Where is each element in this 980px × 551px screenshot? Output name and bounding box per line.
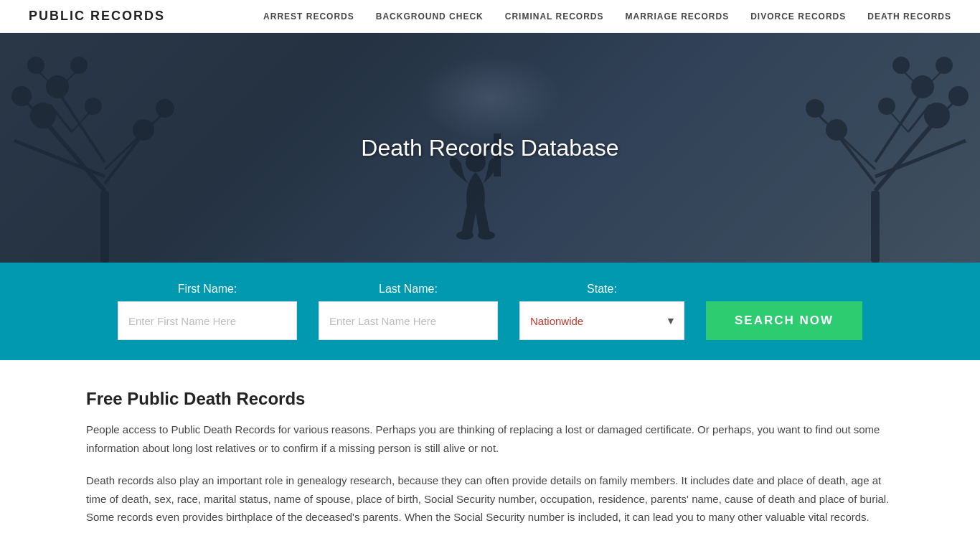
state-label: State: — [519, 283, 684, 296]
site-logo[interactable]: PUBLIC RECORDS — [29, 9, 165, 24]
content-heading: Free Public Death Records — [86, 389, 894, 409]
first-name-input[interactable] — [118, 301, 297, 340]
state-field: State: Nationwide AlabamaAlaskaArizona A… — [519, 283, 684, 340]
state-wrapper: Nationwide AlabamaAlaskaArizona Arkansas… — [519, 301, 684, 340]
content-para2: Death records also play an important rol… — [86, 471, 894, 527]
hero-section: Death Records Database — [0, 33, 980, 263]
nav-divorce-records[interactable]: DIVORCE RECORDS — [750, 11, 846, 22]
first-name-label: First Name: — [118, 283, 297, 296]
search-now-button[interactable]: SEARCH NOW — [706, 301, 862, 340]
nav-criminal-records[interactable]: CRIMINAL RECORDS — [505, 11, 604, 22]
nav-arrest-records[interactable]: ARREST RECORDS — [263, 11, 354, 22]
last-name-label: Last Name: — [319, 283, 498, 296]
navbar: PUBLIC RECORDS ARREST RECORDS BACKGROUND… — [0, 0, 980, 33]
content-para1: People access to Public Death Records fo… — [86, 420, 894, 457]
nav-links: ARREST RECORDS BACKGROUND CHECK CRIMINAL… — [263, 11, 951, 22]
nav-death-records[interactable]: DEATH RECORDS — [867, 11, 951, 22]
last-name-field: Last Name: — [319, 283, 498, 340]
first-name-field: First Name: — [118, 283, 297, 340]
main-content: Free Public Death Records People access … — [0, 360, 980, 551]
state-select[interactable]: Nationwide AlabamaAlaskaArizona Arkansas… — [519, 301, 684, 340]
search-bar: First Name: Last Name: State: Nationwide… — [0, 263, 980, 360]
nav-background-check[interactable]: BACKGROUND CHECK — [376, 11, 484, 22]
last-name-input[interactable] — [319, 301, 498, 340]
nav-marriage-records[interactable]: MARRIAGE RECORDS — [626, 11, 730, 22]
hero-title: Death Records Database — [361, 135, 618, 161]
